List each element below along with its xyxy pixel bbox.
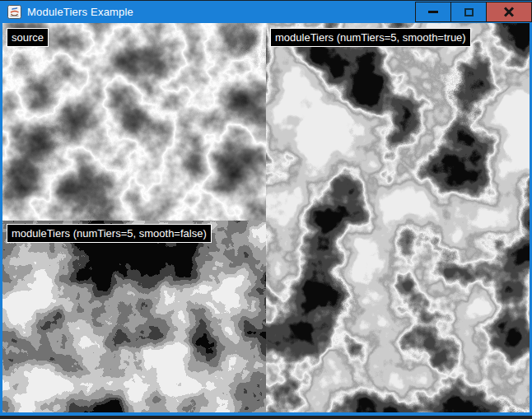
- panel-tiers-smooth: moduleTiers (numTiers=5, smooth=true): [266, 23, 530, 412]
- window-title: ModuleTiers Example: [27, 6, 133, 18]
- label-tiers-flat: moduleTiers (numTiers=5, smooth=false): [7, 224, 212, 243]
- x-icon: [503, 7, 515, 18]
- titlebar[interactable]: ModuleTiers Example: [0, 0, 532, 23]
- close-button[interactable]: [487, 2, 532, 22]
- tiers-flat-noise-image: [2, 221, 266, 412]
- dash-icon: [428, 11, 438, 13]
- window-controls: [415, 2, 532, 22]
- source-noise-image: [2, 23, 266, 221]
- tiers-smooth-noise-image: [266, 23, 530, 412]
- minimize-button[interactable]: [415, 2, 451, 22]
- window-shadow: [0, 416, 532, 419]
- panel-source: source: [2, 23, 266, 221]
- label-tiers-smooth: moduleTiers (numTiers=5, smooth=true): [270, 28, 471, 47]
- java-coffee-cup-icon[interactable]: [7, 5, 21, 19]
- square-outline-icon: [464, 8, 474, 16]
- label-source: source: [7, 28, 49, 47]
- render-canvas: source: [2, 23, 530, 412]
- panel-tiers-flat: moduleTiers (numTiers=5, smooth=false): [2, 221, 266, 412]
- maximize-button[interactable]: [451, 2, 487, 22]
- app-window: ModuleTiers Example: [0, 0, 532, 416]
